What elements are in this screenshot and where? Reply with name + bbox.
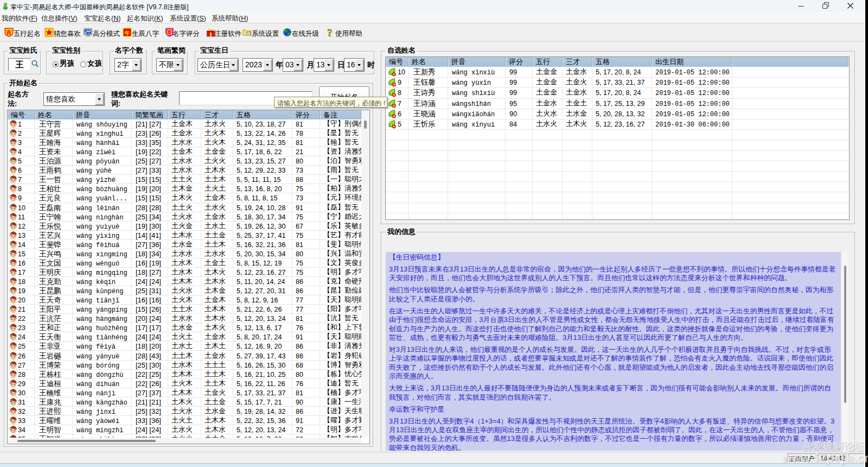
svg-text:吉: 吉 <box>6 29 12 35</box>
svg-text:?: ? <box>327 28 333 37</box>
svg-text:年: 年 <box>124 30 130 36</box>
svg-text:言: 言 <box>167 29 172 35</box>
